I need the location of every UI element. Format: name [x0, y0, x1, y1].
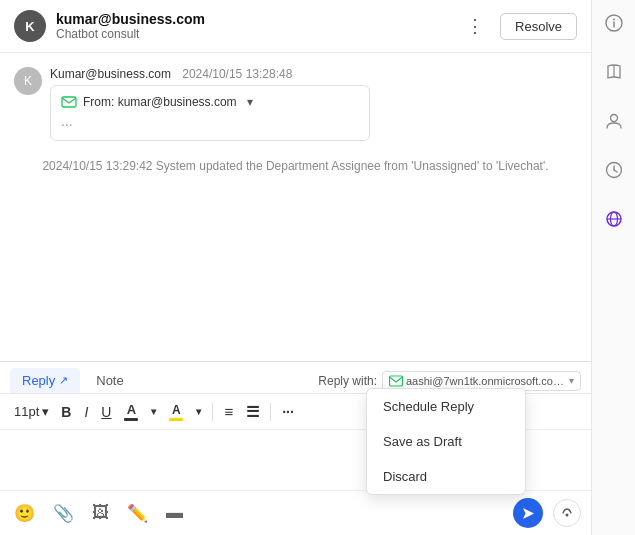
toolbar-separator-1 [212, 403, 213, 421]
highlight-icon: A [169, 403, 183, 421]
bold-button[interactable]: B [56, 401, 76, 423]
tab-reply-label: Reply [22, 373, 55, 388]
clock-icon [605, 161, 623, 179]
sidebar-clock-button[interactable] [601, 157, 627, 188]
reply-email-icon [389, 374, 403, 388]
compose-more-button[interactable] [553, 499, 581, 527]
message-bubble: From: kumar@business.com ▾ ··· [50, 85, 370, 141]
save-as-draft-item[interactable]: Save as Draft [367, 424, 525, 459]
book-icon [605, 63, 623, 81]
italic-button[interactable]: I [79, 401, 93, 423]
compose-bottom: 🙂 📎 🖼 ✏️ ▬ [0, 490, 591, 535]
font-size-selector[interactable]: 11pt ▾ [10, 402, 53, 421]
send-button[interactable] [513, 498, 543, 528]
system-event-message: 2024/10/15 13:29:42 System updated the D… [14, 149, 577, 177]
more-formatting-button[interactable]: ··· [277, 401, 299, 423]
svg-point-6 [613, 19, 615, 21]
svg-rect-1 [390, 376, 403, 386]
tab-reply[interactable]: Reply ↗ [10, 368, 80, 393]
right-sidebar [591, 0, 635, 535]
svg-rect-0 [62, 97, 76, 107]
emoji-button[interactable]: 🙂 [10, 501, 39, 526]
ordered-list-button[interactable]: ☰ [241, 400, 264, 424]
svg-point-3 [566, 514, 569, 517]
contact-avatar: K [14, 10, 46, 42]
from-label: From: kumar@business.com [83, 95, 237, 109]
contact-email: kumar@business.com [56, 11, 460, 27]
reply-with-chevron: ▾ [569, 375, 574, 386]
chevron-highlight-button[interactable]: ▾ [191, 403, 206, 420]
image-button[interactable]: 🖼 [88, 501, 113, 525]
message-meta: Kumar@business.com 2024/10/15 13:28:48 [50, 67, 577, 81]
main-panel: K kumar@business.com Chatbot consult ⋮ R… [0, 0, 591, 535]
tab-note[interactable]: Note [84, 368, 135, 393]
attach-button[interactable]: 📎 [49, 501, 78, 526]
dropdown-menu: Schedule Reply Save as Draft Discard [366, 388, 526, 495]
info-icon [605, 14, 623, 32]
font-color-icon: A [124, 402, 138, 421]
font-size-value: 11pt [14, 404, 39, 419]
message-timestamp: 2024/10/15 13:28:48 [182, 67, 292, 81]
svg-marker-2 [523, 508, 534, 519]
sidebar-book-button[interactable] [601, 59, 627, 90]
header-actions: ⋮ Resolve [460, 13, 577, 40]
compose-area: Reply ↗ Note Reply with: aashi@7wn1tk.on… [0, 361, 591, 535]
sidebar-person-button[interactable] [601, 108, 627, 139]
from-expand-button[interactable]: ▾ [247, 95, 253, 109]
unordered-list-button[interactable]: ≡ [219, 400, 238, 423]
toolbar-separator-2 [270, 403, 271, 421]
person-icon [605, 112, 623, 130]
message-dots: ··· [61, 116, 359, 132]
tab-reply-icon: ↗ [59, 374, 68, 387]
chat-body: K Kumar@business.com 2024/10/15 13:28:48… [0, 53, 591, 361]
send-icon [521, 506, 536, 521]
highlight-button[interactable]: A [164, 400, 188, 424]
tab-note-label: Note [96, 373, 123, 388]
schedule-reply-item[interactable]: Schedule Reply [367, 389, 525, 424]
message-avatar: K [14, 67, 42, 95]
message-from-row: From: kumar@business.com ▾ [61, 94, 359, 110]
message-sender: Kumar@business.com [50, 67, 171, 81]
underline-button[interactable]: U [96, 401, 116, 423]
planet-icon [605, 210, 623, 228]
font-size-chevron: ▾ [42, 404, 49, 419]
contact-subtitle: Chatbot consult [56, 27, 460, 41]
discard-item[interactable]: Discard [367, 459, 525, 494]
reply-with-label: Reply with: [318, 374, 377, 388]
conversation-header: K kumar@business.com Chatbot consult ⋮ R… [0, 0, 591, 53]
message-content: Kumar@business.com 2024/10/15 13:28:48 F… [50, 67, 577, 141]
chevron-color-button[interactable]: ▾ [146, 403, 161, 420]
contact-info: kumar@business.com Chatbot consult [56, 11, 460, 41]
compose-more-icon [560, 506, 574, 520]
message-row: K Kumar@business.com 2024/10/15 13:28:48… [14, 67, 577, 141]
email-icon [61, 94, 77, 110]
sidebar-info-button[interactable] [601, 10, 627, 41]
pencil-button[interactable]: ✏️ [123, 501, 152, 526]
sidebar-planet-button[interactable] [601, 206, 627, 237]
header-more-button[interactable]: ⋮ [460, 13, 490, 39]
font-color-button[interactable]: A [119, 399, 143, 424]
signature-button[interactable]: ▬ [162, 501, 187, 525]
svg-line-11 [614, 170, 617, 172]
svg-point-8 [610, 115, 617, 122]
reply-with-email: aashi@7wn1tk.onmicrosoft.com(Ema... [406, 375, 566, 387]
resolve-button[interactable]: Resolve [500, 13, 577, 40]
